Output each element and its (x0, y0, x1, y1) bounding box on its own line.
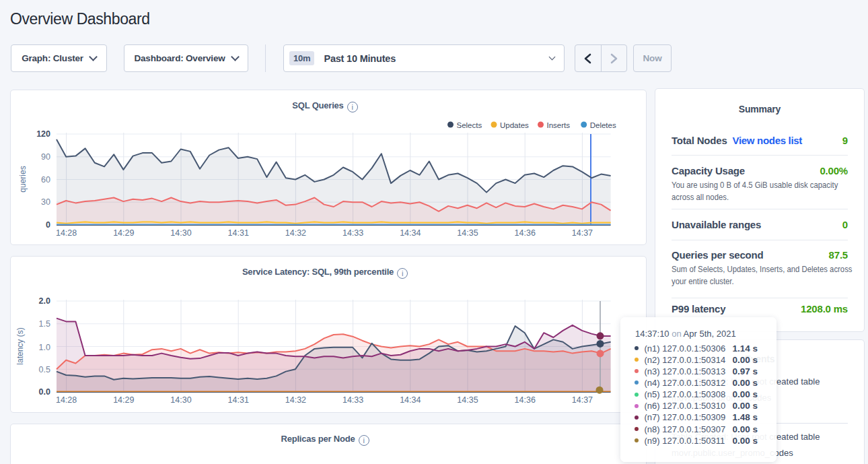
svg-text:30: 30 (41, 197, 50, 207)
svg-text:queries: queries (18, 166, 28, 192)
svg-text:2.0: 2.0 (39, 296, 50, 306)
svg-text:14:36: 14:36 (515, 228, 536, 238)
svg-text:14:31: 14:31 (228, 395, 249, 405)
svg-text:14:33: 14:33 (342, 395, 363, 405)
svg-text:latency (s): latency (s) (15, 327, 25, 364)
svg-text:90: 90 (41, 152, 50, 162)
svg-text:14:28: 14:28 (56, 395, 77, 405)
svg-text:14:29: 14:29 (113, 395, 134, 405)
svg-text:14:34: 14:34 (400, 228, 421, 238)
svg-text:14:28: 14:28 (56, 228, 77, 238)
svg-text:1.5: 1.5 (39, 319, 50, 329)
svg-text:14:30: 14:30 (170, 395, 191, 405)
svg-text:0.0: 0.0 (39, 387, 50, 397)
svg-text:1.0: 1.0 (39, 343, 50, 352)
svg-text:14:30: 14:30 (170, 228, 191, 238)
svg-text:14:35: 14:35 (457, 228, 478, 238)
svg-text:Selects: Selects (457, 121, 482, 129)
svg-text:Inserts: Inserts (547, 121, 571, 129)
svg-text:0.5: 0.5 (39, 365, 50, 374)
svg-text:Deletes: Deletes (590, 121, 616, 129)
svg-text:0: 0 (46, 220, 50, 230)
svg-text:14:33: 14:33 (342, 228, 363, 238)
svg-text:14:29: 14:29 (113, 228, 134, 238)
svg-text:14:31: 14:31 (228, 228, 249, 238)
svg-text:14:37: 14:37 (572, 395, 593, 405)
svg-text:14:32: 14:32 (285, 228, 306, 238)
svg-text:Updates: Updates (500, 121, 529, 129)
svg-text:14:35: 14:35 (457, 395, 478, 405)
svg-text:14:34: 14:34 (400, 395, 421, 405)
svg-text:14:36: 14:36 (515, 395, 536, 405)
svg-text:14:32: 14:32 (285, 395, 306, 405)
svg-text:60: 60 (41, 175, 50, 185)
svg-text:14:37: 14:37 (572, 228, 593, 238)
svg-text:120: 120 (36, 129, 50, 139)
